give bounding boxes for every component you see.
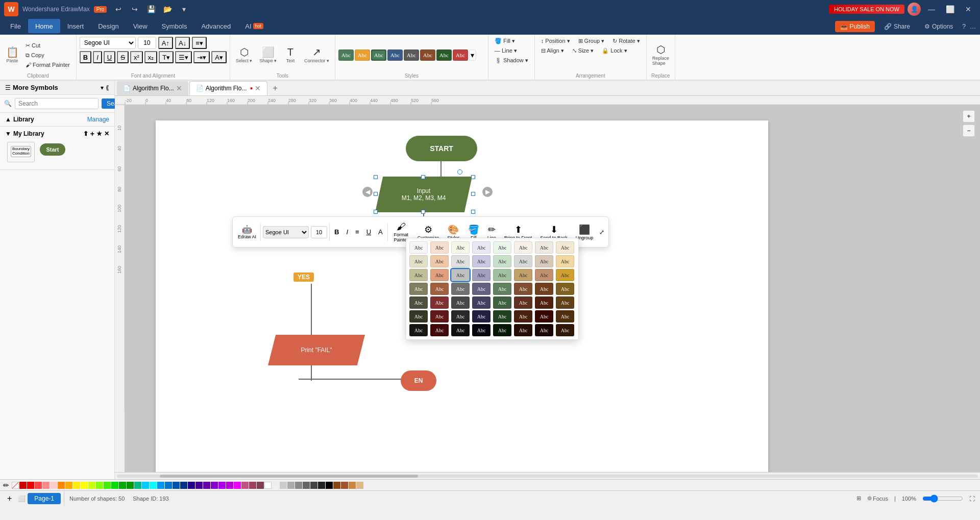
page-options-button[interactable]: ⬜ [18, 495, 26, 502]
connector-tool-button[interactable]: ↗ Connector ▾ [302, 45, 332, 65]
sp-2-4[interactable]: Abc [472, 255, 491, 267]
tab-add-button[interactable]: + [268, 82, 281, 95]
color-lime[interactable] [96, 482, 103, 489]
color-pink[interactable] [42, 482, 50, 489]
shape-start[interactable]: START [406, 136, 477, 161]
sp-7-7[interactable]: Abc [535, 324, 553, 336]
color-maroon[interactable] [257, 482, 264, 489]
align-button[interactable]: ⊟ Align ▾ [538, 46, 567, 55]
ft-expand-button[interactable]: ⤢ [598, 228, 605, 237]
color-light-purple[interactable] [218, 482, 226, 489]
selection-handle-ml[interactable] [374, 192, 378, 196]
shadow-button[interactable]: 💈 Shadow ▾ [492, 56, 531, 65]
color-blue[interactable] [165, 482, 172, 489]
redo-button[interactable]: ↪ [127, 3, 142, 15]
edraw-ai-button[interactable]: 🤖 Edraw AI [236, 222, 258, 241]
color-magenta[interactable] [226, 482, 233, 489]
canvas-container[interactable]: 10 40 60 80 100 120 140 160 START [115, 105, 980, 472]
color-burlywood[interactable] [356, 482, 363, 489]
more-options-button[interactable]: … [970, 23, 976, 30]
ft-bold[interactable]: B [332, 227, 341, 237]
focus-mode-button[interactable]: ⊚ Focus [867, 495, 888, 502]
sp-6-7[interactable]: Abc [535, 310, 553, 323]
format-painter-button[interactable]: 🖌 Format Painter [22, 61, 73, 69]
subscript-button[interactable]: x₂ [144, 51, 158, 63]
color-very-dark-gray[interactable] [310, 482, 317, 489]
zoom-slider[interactable] [922, 494, 963, 503]
sp-3-6[interactable]: Abc [514, 269, 532, 281]
color-dark-gray[interactable] [303, 482, 310, 489]
help-button[interactable]: ? [962, 23, 966, 30]
font-color-button[interactable]: A▾ [211, 51, 227, 63]
color-red[interactable] [27, 482, 34, 489]
style-swatch-5[interactable]: Abc [404, 49, 419, 61]
library-expand-icon[interactable]: ▲ [5, 116, 11, 123]
ft-font-size[interactable] [311, 226, 327, 238]
color-forest[interactable] [127, 482, 134, 489]
color-yellow[interactable] [73, 482, 80, 489]
sp-2-3[interactable]: Abc [451, 255, 470, 267]
menu-file[interactable]: File [3, 19, 28, 33]
copy-button[interactable]: ⧉ Copy [22, 51, 73, 60]
search-input[interactable] [15, 98, 99, 109]
ft-underline[interactable]: U [364, 227, 374, 237]
selection-rotate-handle[interactable] [457, 169, 462, 175]
color-cyan[interactable] [150, 482, 157, 489]
sp-5-1[interactable]: Abc [409, 296, 428, 309]
style-swatch-2[interactable]: Abc [355, 49, 370, 61]
sidebar-close-button[interactable]: ⟪ [106, 84, 109, 91]
close-button[interactable]: ✕ [961, 3, 976, 15]
maximize-button[interactable]: ⬜ [942, 3, 958, 15]
position-button[interactable]: ↕ Position ▾ [538, 37, 573, 45]
tab-close-2[interactable]: ✕ [255, 84, 261, 92]
color-green-lime[interactable] [104, 482, 111, 489]
line-button[interactable]: — Line ▾ [492, 46, 520, 55]
sp-6-6[interactable]: Abc [514, 310, 532, 323]
sp-5-7[interactable]: Abc [535, 296, 553, 309]
sp-4-6[interactable]: Abc [514, 283, 532, 295]
sp-1-4[interactable]: Abc [472, 241, 491, 254]
sp-3-2[interactable]: Abc [430, 269, 449, 281]
sp-7-5[interactable]: Abc [493, 324, 511, 336]
menu-advanced[interactable]: Advanced [194, 19, 238, 33]
nav-left-arrow[interactable]: ◀ [362, 187, 373, 197]
lock-button[interactable]: 🔒 Lock ▾ [599, 46, 630, 55]
color-teal[interactable] [134, 482, 141, 489]
color-medium-gray[interactable] [287, 482, 295, 489]
my-library-close-button[interactable]: ✕ [104, 130, 109, 137]
color-medium-purple[interactable] [211, 482, 218, 489]
color-violet[interactable] [195, 482, 203, 489]
strikethrough-button[interactable]: S [117, 51, 129, 63]
menu-design[interactable]: Design [91, 19, 126, 33]
sp-4-8[interactable]: Abc [556, 283, 574, 295]
my-library-expand-icon[interactable]: ▼ [5, 130, 11, 137]
color-sky[interactable] [142, 482, 149, 489]
sp-6-5[interactable]: Abc [493, 310, 511, 323]
sp-5-2[interactable]: Abc [430, 296, 449, 309]
color-azure[interactable] [157, 482, 164, 489]
cut-button[interactable]: ✂ Cut [22, 41, 73, 50]
text-tool-button[interactable]: T Text [281, 45, 300, 65]
color-light-gray[interactable] [280, 482, 287, 489]
selection-handle-tl[interactable] [374, 175, 378, 179]
sp-4-4[interactable]: Abc [472, 283, 491, 295]
sp-2-7[interactable]: Abc [535, 255, 553, 267]
sp-3-3[interactable]: Abc [451, 269, 470, 281]
holiday-sale-button[interactable]: HOLIDAY SALE ON NOW [829, 5, 904, 14]
style-swatch-expand[interactable]: ▾ [469, 49, 476, 61]
sp-7-8[interactable]: Abc [556, 324, 574, 336]
color-near-black[interactable] [318, 482, 325, 489]
sidebar-collapse-icon[interactable]: ☰ [5, 84, 11, 91]
sp-5-3[interactable]: Abc [451, 296, 470, 309]
my-library-add-button[interactable]: + [90, 130, 94, 138]
color-black[interactable] [326, 482, 333, 489]
zoom-out-button[interactable]: − [963, 125, 975, 137]
sp-5-4[interactable]: Abc [472, 296, 491, 309]
sp-1-3[interactable]: Abc [451, 241, 470, 254]
indent-button[interactable]: ⇥▾ [193, 51, 210, 63]
color-bright-yellow[interactable] [81, 482, 88, 489]
selection-handle-mr[interactable] [471, 192, 475, 196]
menu-symbols[interactable]: Symbols [155, 19, 194, 33]
sp-3-1[interactable]: Abc [409, 269, 428, 281]
user-avatar[interactable]: 👤 [908, 3, 921, 16]
